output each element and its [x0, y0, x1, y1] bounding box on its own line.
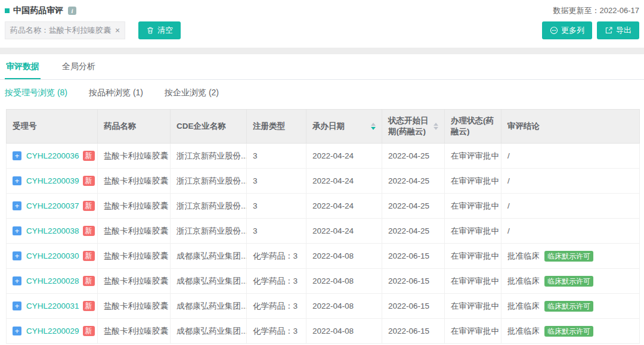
new-badge: 新	[83, 326, 95, 337]
drug-name-cell: 盐酸卡利拉嗪胶囊	[98, 194, 171, 219]
acceptance-number-link[interactable]: CYHL2200028	[26, 276, 79, 285]
export-icon	[605, 26, 613, 35]
expand-row-button[interactable]: +	[13, 276, 21, 285]
status-start-date-cell: 2022-06-15	[382, 319, 445, 344]
filter-tag-label: 药品名称：盐酸卡利拉嗪胶囊	[10, 25, 111, 36]
review-conclusion-text: /	[507, 226, 510, 235]
clinical-implied-license-badge: 临床默示许可	[544, 251, 593, 262]
drug-name-cell: 盐酸卡利拉嗪胶囊	[98, 319, 171, 344]
page-header: 中国药品审评 i 数据更新至：2022-06-17	[0, 0, 644, 16]
filter-tag: 药品名称：盐酸卡利拉嗪胶囊 ×	[5, 21, 125, 39]
clear-button-label: 清空	[157, 25, 173, 36]
sort-carets-icon[interactable]	[434, 123, 438, 130]
tab-review-data[interactable]: 审评数据	[5, 54, 41, 79]
table-row: +CYHL2200029新盐酸卡利拉嗪胶囊成都康弘药业集团...化学药品：320…	[7, 319, 640, 344]
accept-date-cell: 2022-04-08	[306, 319, 382, 344]
status-start-date-cell: 2022-04-25	[382, 219, 445, 244]
expand-row-button[interactable]: +	[13, 151, 21, 160]
data-updated-label: 数据更新至：2022-06-17	[553, 5, 640, 16]
column-header: 注册类型	[247, 110, 306, 144]
status-start-date-cell: 2022-04-25	[382, 144, 445, 169]
cde-company-cell: 浙江京新药业股份...	[171, 144, 247, 169]
acceptance-number-link[interactable]: CYHL2200036	[26, 151, 79, 160]
clinical-implied-license-badge: 临床默示许可	[544, 276, 593, 287]
column-header: 承办日期	[306, 110, 382, 144]
subtab-by-enterprise[interactable]: 按企业浏览 (2)	[165, 88, 219, 98]
table-row: +CYHL2200036新盐酸卡利拉嗪胶囊浙江京新药业股份...32022-04…	[7, 144, 640, 169]
accept-date-cell: 2022-04-24	[306, 144, 382, 169]
acceptance-number-link[interactable]: CYHL2200030	[26, 251, 79, 260]
column-header-label: 受理号	[13, 121, 37, 132]
cde-company-cell: 成都康弘药业集团...	[171, 319, 247, 344]
info-icon[interactable]: i	[68, 7, 76, 15]
tab-global-analysis[interactable]: 全局分析	[61, 54, 97, 79]
column-header-label: 药品名称	[104, 121, 136, 132]
expand-row-button[interactable]: +	[13, 226, 21, 235]
page-title: 中国药品审评	[13, 5, 63, 16]
table-row: +CYHL2200037新盐酸卡利拉嗪胶囊浙江京新药业股份...32022-04…	[7, 194, 640, 219]
accept-date-cell: 2022-04-24	[306, 219, 382, 244]
export-label: 导出	[616, 25, 631, 36]
review-conclusion-cell: /	[501, 169, 640, 194]
review-conclusion-text: /	[507, 151, 510, 160]
trash-icon	[146, 26, 154, 35]
handling-status-cell: 在审评审批中	[445, 194, 501, 219]
title-bullet	[5, 8, 10, 13]
column-header-label: 审评结论	[507, 121, 540, 132]
clinical-implied-license-badge: 临床默示许可	[544, 301, 593, 312]
export-button[interactable]: 导出	[597, 21, 639, 39]
new-badge: 新	[83, 301, 95, 312]
status-start-date-cell: 2022-06-15	[382, 244, 445, 269]
column-header: 状态开始日期(药融云)	[382, 110, 445, 144]
column-header: 受理号	[7, 110, 98, 144]
acceptance-number-link[interactable]: CYHL2200038	[26, 226, 79, 235]
registration-type-cell: 3	[247, 219, 306, 244]
table-row: +CYHL2200028新盐酸卡利拉嗪胶囊成都康弘药业集团...化学药品：320…	[7, 269, 640, 294]
new-badge: 新	[83, 201, 95, 212]
review-conclusion-cell: /	[501, 194, 640, 219]
clear-button[interactable]: 清空	[138, 21, 181, 39]
new-badge: 新	[83, 176, 95, 187]
acceptance-number-link[interactable]: CYHL2200037	[26, 201, 79, 210]
handling-status-cell: 在审评审批中	[445, 169, 501, 194]
column-header-label: 注册类型	[253, 121, 285, 132]
table-row: +CYHL2200038新盐酸卡利拉嗪胶囊浙江京新药业股份...32022-04…	[7, 219, 640, 244]
new-badge: 新	[83, 251, 95, 262]
expand-row-button[interactable]: +	[13, 176, 21, 185]
expand-row-button[interactable]: +	[13, 327, 21, 335]
cde-company-cell: 成都康弘药业集团...	[171, 269, 247, 294]
more-columns-button[interactable]: 更多列	[542, 21, 592, 39]
new-badge: 新	[83, 151, 95, 161]
table-row: +CYHL2200031新盐酸卡利拉嗪胶囊成都康弘药业集团...化学药品：320…	[7, 294, 640, 319]
status-start-date-cell: 2022-06-15	[382, 294, 445, 319]
drug-name-cell: 盐酸卡利拉嗪胶囊	[98, 169, 171, 194]
registration-type-cell: 化学药品：3	[247, 294, 306, 319]
expand-row-button[interactable]: +	[13, 302, 21, 310]
filter-row: 药品名称：盐酸卡利拉嗪胶囊 × 清空 更多列 导出	[0, 16, 644, 39]
subtab-by-acceptance-no[interactable]: 按受理号浏览 (8)	[5, 88, 67, 98]
review-conclusion-text: 批准临床	[507, 302, 540, 310]
expand-row-button[interactable]: +	[13, 201, 21, 210]
filter-tag-close-icon[interactable]: ×	[115, 26, 120, 35]
cde-company-cell: 成都康弘药业集团...	[171, 244, 247, 269]
acceptance-number-link[interactable]: CYHL2200031	[26, 302, 79, 310]
acceptance-number-link[interactable]: CYHL2200039	[26, 176, 79, 185]
registration-type-cell: 3	[247, 169, 306, 194]
accept-date-cell: 2022-04-24	[306, 194, 382, 219]
review-conclusion-cell: 批准临床临床默示许可	[501, 319, 640, 344]
handling-status-cell: 在审评审批中	[445, 294, 501, 319]
cde-company-cell: 浙江京新药业股份...	[171, 169, 247, 194]
registration-type-cell: 化学药品：3	[247, 244, 306, 269]
sort-carets-icon[interactable]	[371, 123, 376, 130]
handling-status-cell: 在审评审批中	[445, 144, 501, 169]
acceptance-number-link[interactable]: CYHL2200029	[26, 327, 79, 335]
drug-name-cell: 盐酸卡利拉嗪胶囊	[98, 219, 171, 244]
table-row: +CYHL2200030新盐酸卡利拉嗪胶囊成都康弘药业集团...化学药品：320…	[7, 244, 640, 269]
review-conclusion-text: /	[507, 201, 510, 210]
drug-name-cell: 盐酸卡利拉嗪胶囊	[98, 144, 171, 169]
review-conclusion-text: /	[507, 176, 510, 185]
drug-name-cell: 盐酸卡利拉嗪胶囊	[98, 294, 171, 319]
subtab-by-variety[interactable]: 按品种浏览 (1)	[89, 88, 143, 98]
expand-row-button[interactable]: +	[13, 251, 21, 260]
registration-type-cell: 3	[247, 194, 306, 219]
